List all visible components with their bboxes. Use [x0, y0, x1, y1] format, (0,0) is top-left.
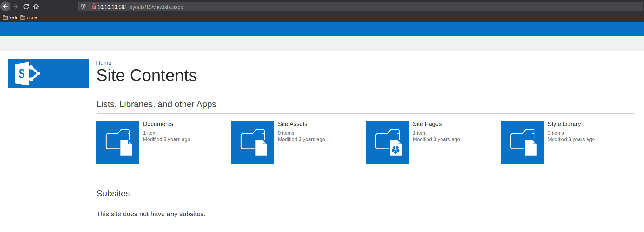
svg-text:S: S: [18, 66, 25, 80]
